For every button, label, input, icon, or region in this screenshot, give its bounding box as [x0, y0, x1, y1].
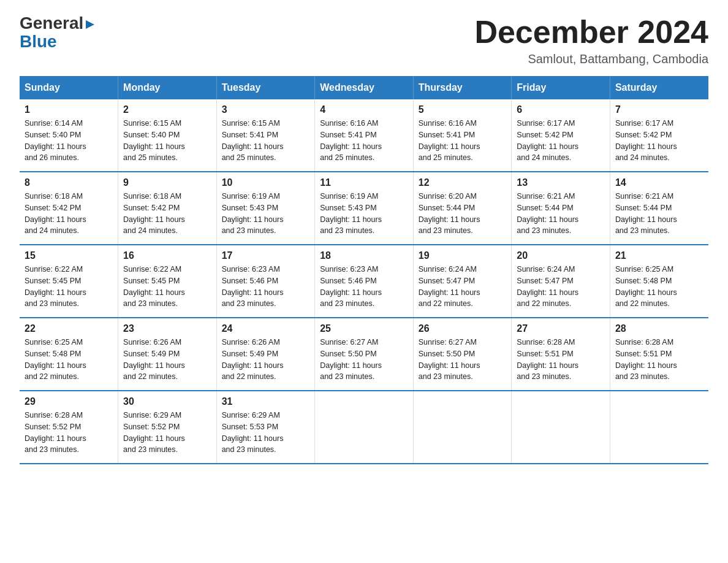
- calendar-day-cell: 24 Sunrise: 6:26 AM Sunset: 5:49 PM Dayl…: [216, 318, 315, 391]
- calendar-day-cell: 19 Sunrise: 6:24 AM Sunset: 5:47 PM Dayl…: [413, 245, 512, 318]
- day-info: Sunrise: 6:24 AM Sunset: 5:47 PM Dayligh…: [419, 264, 507, 310]
- calendar-day-cell: 1 Sunrise: 6:14 AM Sunset: 5:40 PM Dayli…: [20, 99, 118, 172]
- day-number: 10: [222, 177, 310, 188]
- calendar-week-row: 15 Sunrise: 6:22 AM Sunset: 5:45 PM Dayl…: [20, 245, 708, 318]
- day-info: Sunrise: 6:16 AM Sunset: 5:41 PM Dayligh…: [419, 118, 507, 164]
- day-info: Sunrise: 6:25 AM Sunset: 5:48 PM Dayligh…: [615, 264, 703, 310]
- day-number: 4: [320, 104, 408, 115]
- calendar-day-cell: [315, 391, 414, 464]
- day-number: 9: [123, 177, 211, 188]
- calendar-day-cell: 27 Sunrise: 6:28 AM Sunset: 5:51 PM Dayl…: [512, 318, 610, 391]
- location: Samlout, Battambang, Cambodia: [474, 52, 708, 66]
- calendar-day-cell: 15 Sunrise: 6:22 AM Sunset: 5:45 PM Dayl…: [20, 245, 118, 318]
- day-number: 6: [517, 104, 605, 115]
- header-tuesday: Tuesday: [216, 76, 315, 99]
- calendar-day-cell: 7 Sunrise: 6:17 AM Sunset: 5:42 PM Dayli…: [610, 99, 708, 172]
- calendar-day-cell: 31 Sunrise: 6:29 AM Sunset: 5:53 PM Dayl…: [216, 391, 315, 464]
- calendar-day-cell: 26 Sunrise: 6:27 AM Sunset: 5:50 PM Dayl…: [413, 318, 512, 391]
- logo-blue-text: Blue: [20, 33, 57, 50]
- calendar-header: Sunday Monday Tuesday Wednesday Thursday…: [20, 76, 708, 99]
- logo: General Blue: [20, 15, 96, 50]
- day-number: 27: [517, 323, 605, 334]
- day-info: Sunrise: 6:26 AM Sunset: 5:49 PM Dayligh…: [123, 337, 211, 383]
- calendar-day-cell: [610, 391, 708, 464]
- calendar-week-row: 22 Sunrise: 6:25 AM Sunset: 5:48 PM Dayl…: [20, 318, 708, 391]
- day-number: 17: [222, 250, 310, 261]
- calendar-day-cell: 23 Sunrise: 6:26 AM Sunset: 5:49 PM Dayl…: [118, 318, 217, 391]
- calendar-table: Sunday Monday Tuesday Wednesday Thursday…: [20, 76, 708, 464]
- header-thursday: Thursday: [413, 76, 512, 99]
- day-info: Sunrise: 6:29 AM Sunset: 5:52 PM Dayligh…: [123, 410, 211, 456]
- day-number: 14: [615, 177, 703, 188]
- day-info: Sunrise: 6:22 AM Sunset: 5:45 PM Dayligh…: [123, 264, 211, 310]
- header-monday: Monday: [118, 76, 217, 99]
- logo-general-text: General: [20, 15, 96, 33]
- day-info: Sunrise: 6:17 AM Sunset: 5:42 PM Dayligh…: [517, 118, 605, 164]
- day-info: Sunrise: 6:16 AM Sunset: 5:41 PM Dayligh…: [320, 118, 408, 164]
- day-number: 8: [25, 177, 113, 188]
- calendar-day-cell: 18 Sunrise: 6:23 AM Sunset: 5:46 PM Dayl…: [315, 245, 414, 318]
- day-number: 22: [25, 323, 113, 334]
- day-info: Sunrise: 6:18 AM Sunset: 5:42 PM Dayligh…: [123, 191, 211, 237]
- day-number: 15: [25, 250, 113, 261]
- calendar-day-cell: 9 Sunrise: 6:18 AM Sunset: 5:42 PM Dayli…: [118, 172, 217, 245]
- calendar-day-cell: 12 Sunrise: 6:20 AM Sunset: 5:44 PM Dayl…: [413, 172, 512, 245]
- day-info: Sunrise: 6:15 AM Sunset: 5:41 PM Dayligh…: [222, 118, 310, 164]
- day-info: Sunrise: 6:23 AM Sunset: 5:46 PM Dayligh…: [222, 264, 310, 310]
- day-info: Sunrise: 6:23 AM Sunset: 5:46 PM Dayligh…: [320, 264, 408, 310]
- calendar-day-cell: 3 Sunrise: 6:15 AM Sunset: 5:41 PM Dayli…: [216, 99, 315, 172]
- day-info: Sunrise: 6:29 AM Sunset: 5:53 PM Dayligh…: [222, 410, 310, 456]
- calendar-week-row: 29 Sunrise: 6:28 AM Sunset: 5:52 PM Dayl…: [20, 391, 708, 464]
- day-number: 28: [615, 323, 703, 334]
- header-friday: Friday: [512, 76, 610, 99]
- calendar-body: 1 Sunrise: 6:14 AM Sunset: 5:40 PM Dayli…: [20, 99, 708, 464]
- page-header: General Blue December 2024 Samlout, Batt…: [20, 15, 708, 66]
- calendar-day-cell: 17 Sunrise: 6:23 AM Sunset: 5:46 PM Dayl…: [216, 245, 315, 318]
- day-number: 20: [517, 250, 605, 261]
- day-info: Sunrise: 6:27 AM Sunset: 5:50 PM Dayligh…: [320, 337, 408, 383]
- calendar-day-cell: 2 Sunrise: 6:15 AM Sunset: 5:40 PM Dayli…: [118, 99, 217, 172]
- logo-arrow-icon: [85, 19, 96, 30]
- day-info: Sunrise: 6:24 AM Sunset: 5:47 PM Dayligh…: [517, 264, 605, 310]
- day-number: 12: [419, 177, 507, 188]
- calendar-day-cell: 4 Sunrise: 6:16 AM Sunset: 5:41 PM Dayli…: [315, 99, 414, 172]
- calendar-day-cell: 29 Sunrise: 6:28 AM Sunset: 5:52 PM Dayl…: [20, 391, 118, 464]
- day-number: 18: [320, 250, 408, 261]
- calendar-day-cell: 6 Sunrise: 6:17 AM Sunset: 5:42 PM Dayli…: [512, 99, 610, 172]
- day-number: 1: [25, 104, 113, 115]
- day-info: Sunrise: 6:27 AM Sunset: 5:50 PM Dayligh…: [419, 337, 507, 383]
- calendar-day-cell: 16 Sunrise: 6:22 AM Sunset: 5:45 PM Dayl…: [118, 245, 217, 318]
- calendar-day-cell: [413, 391, 512, 464]
- calendar-day-cell: 13 Sunrise: 6:21 AM Sunset: 5:44 PM Dayl…: [512, 172, 610, 245]
- day-number: 26: [419, 323, 507, 334]
- day-info: Sunrise: 6:15 AM Sunset: 5:40 PM Dayligh…: [123, 118, 211, 164]
- calendar-day-cell: 8 Sunrise: 6:18 AM Sunset: 5:42 PM Dayli…: [20, 172, 118, 245]
- calendar-day-cell: 10 Sunrise: 6:19 AM Sunset: 5:43 PM Dayl…: [216, 172, 315, 245]
- day-info: Sunrise: 6:20 AM Sunset: 5:44 PM Dayligh…: [419, 191, 507, 237]
- day-number: 7: [615, 104, 703, 115]
- day-info: Sunrise: 6:17 AM Sunset: 5:42 PM Dayligh…: [615, 118, 703, 164]
- calendar-day-cell: 11 Sunrise: 6:19 AM Sunset: 5:43 PM Dayl…: [315, 172, 414, 245]
- day-info: Sunrise: 6:14 AM Sunset: 5:40 PM Dayligh…: [25, 118, 113, 164]
- day-info: Sunrise: 6:26 AM Sunset: 5:49 PM Dayligh…: [222, 337, 310, 383]
- month-title: December 2024: [474, 15, 708, 50]
- day-info: Sunrise: 6:18 AM Sunset: 5:42 PM Dayligh…: [25, 191, 113, 237]
- day-number: 21: [615, 250, 703, 261]
- day-info: Sunrise: 6:25 AM Sunset: 5:48 PM Dayligh…: [25, 337, 113, 383]
- day-number: 3: [222, 104, 310, 115]
- day-info: Sunrise: 6:28 AM Sunset: 5:52 PM Dayligh…: [25, 410, 113, 456]
- day-number: 23: [123, 323, 211, 334]
- calendar-day-cell: 28 Sunrise: 6:28 AM Sunset: 5:51 PM Dayl…: [610, 318, 708, 391]
- calendar-day-cell: 30 Sunrise: 6:29 AM Sunset: 5:52 PM Dayl…: [118, 391, 217, 464]
- day-number: 25: [320, 323, 408, 334]
- day-info: Sunrise: 6:22 AM Sunset: 5:45 PM Dayligh…: [25, 264, 113, 310]
- day-info: Sunrise: 6:28 AM Sunset: 5:51 PM Dayligh…: [615, 337, 703, 383]
- svg-marker-0: [86, 20, 94, 29]
- calendar-day-cell: 21 Sunrise: 6:25 AM Sunset: 5:48 PM Dayl…: [610, 245, 708, 318]
- header-sunday: Sunday: [20, 76, 118, 99]
- day-number: 11: [320, 177, 408, 188]
- day-number: 29: [25, 396, 113, 407]
- day-info: Sunrise: 6:21 AM Sunset: 5:44 PM Dayligh…: [615, 191, 703, 237]
- header-wednesday: Wednesday: [315, 76, 414, 99]
- calendar-day-cell: 22 Sunrise: 6:25 AM Sunset: 5:48 PM Dayl…: [20, 318, 118, 391]
